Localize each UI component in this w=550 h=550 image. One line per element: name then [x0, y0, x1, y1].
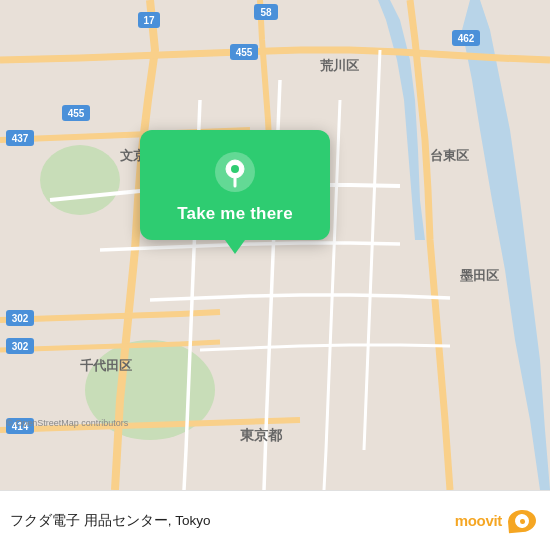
navigation-popup[interactable]: Take me there: [140, 130, 330, 240]
svg-point-29: [231, 165, 239, 173]
location-info: フクダ電子 用品センター, Tokyo: [10, 512, 211, 530]
take-me-there-label: Take me there: [177, 204, 293, 224]
svg-text:台東区: 台東区: [430, 148, 469, 163]
location-name: フクダ電子 用品センター, Tokyo: [10, 512, 211, 530]
svg-text:17: 17: [143, 15, 155, 26]
moovit-icon: [507, 508, 537, 532]
moovit-icon-inner: [514, 513, 529, 528]
map-attribution: © OpenStreetMap contributors: [6, 418, 128, 428]
bottom-bar: フクダ電子 用品センター, Tokyo moovit: [0, 490, 550, 550]
svg-text:58: 58: [260, 7, 272, 18]
svg-text:墨田区: 墨田区: [460, 268, 499, 283]
svg-text:437: 437: [12, 133, 29, 144]
location-pin-icon: [213, 150, 257, 194]
moovit-text: moovit: [455, 512, 502, 529]
svg-text:302: 302: [12, 341, 29, 352]
svg-text:東京都: 東京都: [240, 427, 283, 443]
svg-point-2: [40, 145, 120, 215]
map-container: 荒川区 文京区 台東区 墨田区 千代田区 東京都 17 455 455 58 4…: [0, 0, 550, 490]
svg-text:462: 462: [458, 33, 475, 44]
svg-text:455: 455: [68, 108, 85, 119]
svg-text:455: 455: [236, 47, 253, 58]
svg-text:302: 302: [12, 313, 29, 324]
moovit-icon-dot: [519, 518, 524, 523]
svg-text:荒川区: 荒川区: [320, 58, 359, 73]
svg-text:千代田区: 千代田区: [80, 358, 132, 373]
moovit-logo: moovit: [455, 510, 536, 532]
